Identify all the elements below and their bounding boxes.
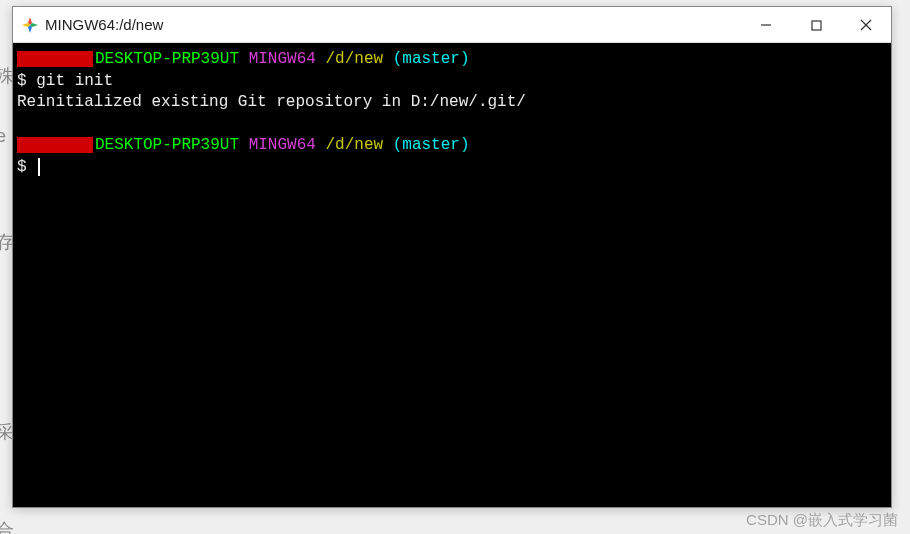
redacted-user — [17, 51, 93, 67]
shell-name: MINGW64 — [249, 136, 316, 154]
prompt-line: DESKTOP-PRP39UT MINGW64 /d/new (master) — [17, 135, 887, 157]
svg-rect-1 — [812, 21, 821, 30]
bg-text: e — [0, 126, 6, 147]
redacted-user — [17, 137, 93, 153]
command-text: git init — [36, 72, 113, 90]
close-button[interactable] — [841, 7, 891, 43]
mingw-icon — [21, 16, 39, 34]
terminal-window: MINGW64:/d/new DESKTOP-PRP39UT MINGW64 /… — [12, 6, 892, 508]
git-branch: (master) — [393, 50, 470, 68]
shell-name: MINGW64 — [249, 50, 316, 68]
prompt-symbol: $ — [17, 72, 27, 90]
cwd-path: /d/new — [325, 50, 383, 68]
window-controls — [741, 7, 891, 42]
current-prompt: $ — [17, 157, 887, 179]
blank-line — [17, 114, 887, 136]
cwd-path: /d/new — [325, 136, 383, 154]
user-host: DESKTOP-PRP39UT — [95, 136, 239, 154]
maximize-button[interactable] — [791, 7, 841, 43]
git-branch: (master) — [393, 136, 470, 154]
bg-text: 合 — [0, 518, 14, 534]
user-host: DESKTOP-PRP39UT — [95, 50, 239, 68]
terminal-area[interactable]: DESKTOP-PRP39UT MINGW64 /d/new (master) … — [13, 43, 891, 507]
cursor — [38, 158, 40, 176]
output-line: Reinitialized existing Git repository in… — [17, 92, 887, 114]
watermark-text: CSDN @嵌入式学习菌 — [746, 511, 898, 530]
titlebar[interactable]: MINGW64:/d/new — [13, 7, 891, 43]
prompt-symbol: $ — [17, 158, 27, 176]
minimize-button[interactable] — [741, 7, 791, 43]
command-line: $ git init — [17, 71, 887, 93]
window-title: MINGW64:/d/new — [45, 16, 163, 33]
prompt-line: DESKTOP-PRP39UT MINGW64 /d/new (master) — [17, 49, 887, 71]
